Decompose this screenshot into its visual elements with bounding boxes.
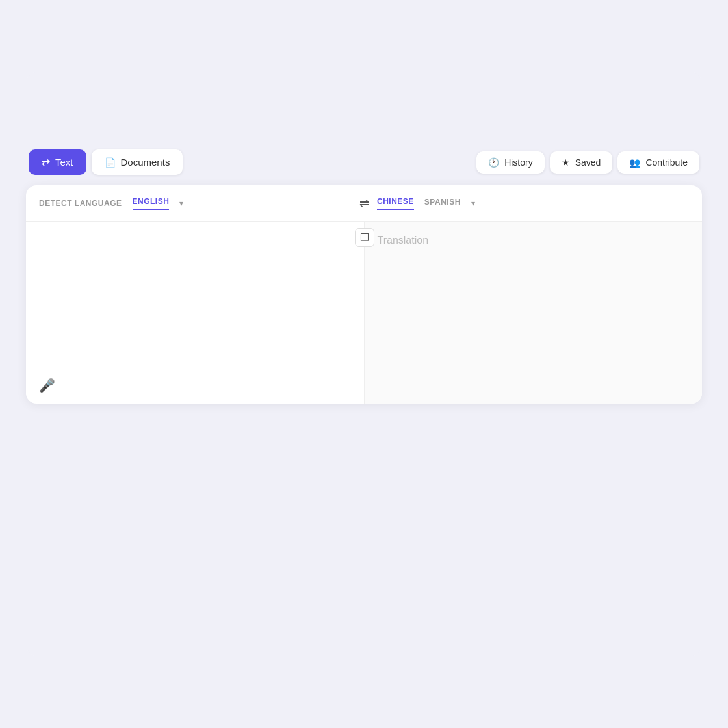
source-text-panel: 🎤 (26, 222, 365, 404)
target-language-spanish[interactable]: SPANISH (424, 198, 461, 209)
translate-icon: ⇄ (42, 156, 50, 168)
language-bar: DETECT LANGUAGE ENGLISH ▾ ⇌ CHINESE SPAN… (26, 185, 702, 222)
swap-languages-button[interactable]: ⇌ (359, 196, 369, 211)
target-chevron-icon: ▾ (471, 199, 475, 208)
target-language-chinese[interactable]: CHINESE (377, 197, 414, 210)
history-button[interactable]: 🕐 History (476, 151, 545, 174)
target-text-panel: Translation (365, 222, 703, 404)
source-language-dropdown[interactable]: ▾ (179, 199, 183, 208)
documents-button-label: Documents (121, 157, 170, 168)
source-chevron-icon: ▾ (179, 199, 183, 208)
source-text-input[interactable] (39, 235, 351, 391)
swap-icon: ⇌ (359, 197, 369, 210)
contribute-button[interactable]: 👥 Contribute (618, 151, 699, 174)
target-language-bar: CHINESE SPANISH ▾ (351, 197, 689, 210)
star-icon: ★ (562, 157, 570, 168)
text-button[interactable]: ⇄ Text (29, 150, 86, 175)
people-icon: 👥 (629, 157, 640, 168)
translation-area: 🎤 ❐ Translation (26, 222, 702, 404)
toolbar-right: 🕐 History ★ Saved 👥 Contribute (476, 151, 699, 174)
toolbar-left: ⇄ Text 📄 Documents (29, 150, 183, 175)
copy-translation-button[interactable]: ❐ (355, 228, 374, 247)
history-button-label: History (504, 157, 533, 168)
app-container: ⇄ Text 📄 Documents 🕐 History ★ Saved 👥 C… (26, 72, 702, 656)
translator-card: DETECT LANGUAGE ENGLISH ▾ ⇌ CHINESE SPAN… (26, 185, 702, 404)
target-language-dropdown[interactable]: ▾ (471, 199, 475, 208)
copy-icon: ❐ (360, 232, 369, 243)
microphone-icon: 🎤 (39, 378, 55, 393)
source-language-english[interactable]: ENGLISH (133, 197, 170, 210)
contribute-button-label: Contribute (645, 157, 688, 168)
translation-placeholder: Translation (378, 235, 429, 246)
saved-button-label: Saved (575, 157, 601, 168)
detect-language-option[interactable]: DETECT LANGUAGE (39, 199, 122, 208)
microphone-button[interactable]: 🎤 (39, 378, 55, 393)
history-icon: 🕐 (488, 157, 499, 168)
source-language-bar: DETECT LANGUAGE ENGLISH ▾ (39, 197, 351, 210)
toolbar: ⇄ Text 📄 Documents 🕐 History ★ Saved 👥 C… (26, 150, 702, 175)
documents-button[interactable]: 📄 Documents (92, 150, 183, 175)
text-button-label: Text (55, 157, 73, 168)
saved-button[interactable]: ★ Saved (550, 151, 613, 174)
document-icon: 📄 (105, 157, 116, 168)
